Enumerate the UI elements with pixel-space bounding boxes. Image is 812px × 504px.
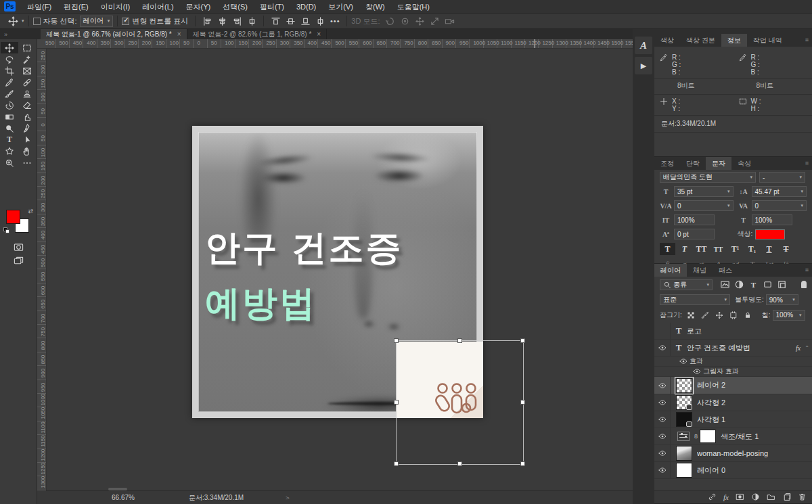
- layer-row[interactable]: 효과: [654, 357, 812, 367]
- more-options-icon[interactable]: •••: [328, 15, 342, 27]
- layer-name[interactable]: 사각형 1: [697, 415, 725, 425]
- marquee-tool[interactable]: [18, 42, 36, 53]
- layer-visibility-toggle[interactable]: [691, 367, 703, 376]
- eyedropper-tool[interactable]: [1, 76, 18, 88]
- style-italic-button[interactable]: T: [677, 243, 692, 255]
- screen-mode-button[interactable]: [0, 256, 37, 266]
- menu-item[interactable]: 이미지(I): [95, 0, 136, 14]
- vertical-scale-field[interactable]: 100%: [674, 214, 715, 225]
- lasso-tool[interactable]: [1, 53, 18, 65]
- layer-visibility-toggle[interactable]: [654, 462, 671, 478]
- layer-name[interactable]: 레이어 2: [697, 380, 725, 390]
- menu-item[interactable]: 도움말(H): [391, 0, 436, 14]
- text-color-swatch[interactable]: [755, 229, 785, 239]
- zoom-tool[interactable]: [1, 157, 18, 168]
- transform-handle[interactable]: [457, 338, 462, 343]
- style-subscript-button[interactable]: T₁: [744, 243, 760, 255]
- layers-fx-button[interactable]: fx: [723, 493, 729, 501]
- foreground-color-swatch[interactable]: [6, 210, 20, 224]
- layer-thumbnail[interactable]: [676, 412, 692, 427]
- eraser-tool[interactable]: [18, 99, 36, 111]
- panel-menu-icon[interactable]: ≡: [805, 160, 809, 166]
- menu-item[interactable]: 레이어(L): [136, 0, 179, 14]
- style-small-caps-button[interactable]: TT: [710, 243, 726, 255]
- layer-thumbnail[interactable]: [676, 446, 692, 461]
- baseline-shift-field[interactable]: 0 pt: [674, 229, 715, 239]
- menu-item[interactable]: 문자(Y): [180, 0, 217, 14]
- panel-menu-icon[interactable]: ≡: [805, 37, 809, 43]
- align-right-icon[interactable]: [229, 15, 244, 27]
- type-filter-icon[interactable]: T: [746, 279, 761, 290]
- leading-field[interactable]: 45.47 pt▾: [752, 186, 807, 197]
- status-zoom-level[interactable]: 66.67%: [112, 494, 135, 501]
- tool-preset-caret[interactable]: ▾: [22, 18, 24, 24]
- horizontal-scrollbar-thumb[interactable]: [108, 488, 127, 490]
- layer-name[interactable]: 안구 건조증 예방법: [687, 343, 750, 353]
- menu-item[interactable]: 보기(V): [322, 0, 359, 14]
- menu-item[interactable]: 선택(S): [217, 0, 254, 14]
- lock-brush-mini-icon[interactable]: [698, 309, 713, 321]
- smudge-tool[interactable]: [18, 111, 36, 122]
- gradient-tool[interactable]: [1, 111, 18, 122]
- layer-row[interactable]: 그림자 효과: [654, 367, 812, 377]
- magic-wand-tool[interactable]: [18, 53, 36, 65]
- align-bottom-icon[interactable]: [298, 15, 313, 27]
- layer-fx-badge[interactable]: fx: [796, 344, 800, 352]
- menu-item[interactable]: 파일(F): [21, 0, 58, 14]
- menu-item[interactable]: 필터(T): [254, 0, 290, 14]
- layer-mask-thumbnail[interactable]: [700, 430, 716, 443]
- fx-collapse-icon[interactable]: ⌃: [805, 345, 809, 351]
- transform-handle[interactable]: [520, 400, 525, 405]
- layer-visibility-toggle[interactable]: [654, 377, 671, 394]
- font-family-select[interactable]: 배달의민족 도현▾: [660, 172, 756, 183]
- crop-tool[interactable]: [1, 65, 18, 76]
- layer-visibility-toggle[interactable]: [654, 323, 671, 339]
- info-tab[interactable]: 정보: [721, 34, 747, 47]
- layer-name[interactable]: 로고: [687, 326, 702, 336]
- info-bit-depth-2[interactable]: 8비트: [734, 79, 812, 95]
- layer-row[interactable]: 8색조/채도 1: [654, 428, 812, 445]
- layer-visibility-toggle[interactable]: [677, 357, 690, 366]
- layer-row[interactable]: 레이어 2: [654, 377, 812, 394]
- layer-thumbnail[interactable]: [676, 395, 692, 410]
- vertical-ruler[interactable]: 2502001501005005010015020025030035040045…: [37, 49, 47, 490]
- blend-mode-select[interactable]: 표준▾: [660, 294, 730, 305]
- brush-tool[interactable]: [1, 88, 18, 99]
- align-center-h-icon[interactable]: [215, 15, 229, 27]
- layer-name[interactable]: woman-model-posing: [697, 449, 768, 457]
- opacity-field[interactable]: 90%▾: [766, 294, 798, 305]
- style-strikethrough-button[interactable]: T: [778, 243, 794, 255]
- character-tab[interactable]: 조정: [654, 157, 680, 170]
- layers-mask-button[interactable]: [736, 492, 744, 503]
- align-left-icon[interactable]: [200, 15, 215, 27]
- smart-filter-icon[interactable]: [775, 279, 789, 290]
- toolbar-collapse-icon[interactable]: »: [4, 31, 7, 38]
- align-middle-icon[interactable]: [283, 15, 298, 27]
- tab-close-icon[interactable]: ×: [317, 30, 321, 38]
- document-tab[interactable]: 제목 없음-2 @ 82.6% (그룹 1, RGB/8) *×: [187, 29, 328, 39]
- menu-item[interactable]: 편집(E): [58, 0, 95, 14]
- layers-tab[interactable]: 패스: [713, 264, 738, 277]
- adjustment-filter-icon[interactable]: [732, 279, 746, 290]
- hand-tool[interactable]: [18, 145, 36, 157]
- style-all-caps-button[interactable]: TT: [694, 243, 709, 255]
- style-underline-button[interactable]: T: [761, 243, 777, 255]
- show-transform-checkbox[interactable]: [122, 18, 129, 25]
- adjustment-layer-icon[interactable]: [677, 432, 690, 441]
- effect-name[interactable]: 그림자 효과: [703, 367, 739, 376]
- layer-row[interactable]: 레이어 0: [654, 462, 812, 479]
- filter-pin-icon[interactable]: [801, 281, 807, 288]
- style-superscript-button[interactable]: T¹: [727, 243, 743, 255]
- history-brush-tool[interactable]: [1, 99, 18, 111]
- type-tool[interactable]: T: [1, 134, 18, 145]
- align-vcenter-icon[interactable]: [313, 15, 328, 27]
- horizontal-scale-field[interactable]: 100%: [752, 214, 792, 225]
- layer-visibility-toggle[interactable]: [654, 428, 671, 444]
- layers-tab[interactable]: 레이어: [654, 264, 687, 277]
- actions-panel-icon[interactable]: ▶: [635, 57, 652, 74]
- layer-visibility-toggle[interactable]: [654, 445, 671, 461]
- layer-name[interactable]: 색조/채도 1: [721, 432, 759, 442]
- kerning-field[interactable]: 0▾: [674, 200, 734, 211]
- layer-visibility-toggle[interactable]: [654, 394, 671, 411]
- frame-tool[interactable]: [18, 65, 36, 76]
